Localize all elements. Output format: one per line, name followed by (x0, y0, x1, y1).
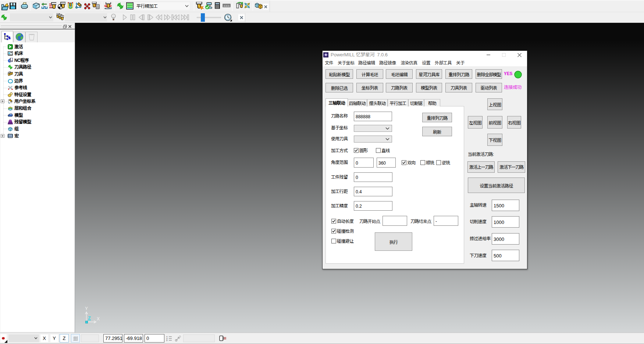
svg-text:Z: Z (88, 315, 91, 321)
svg-text:z: z (166, 339, 168, 341)
svg-text:Y: Y (85, 307, 88, 311)
svg-text:X: X (97, 316, 100, 322)
